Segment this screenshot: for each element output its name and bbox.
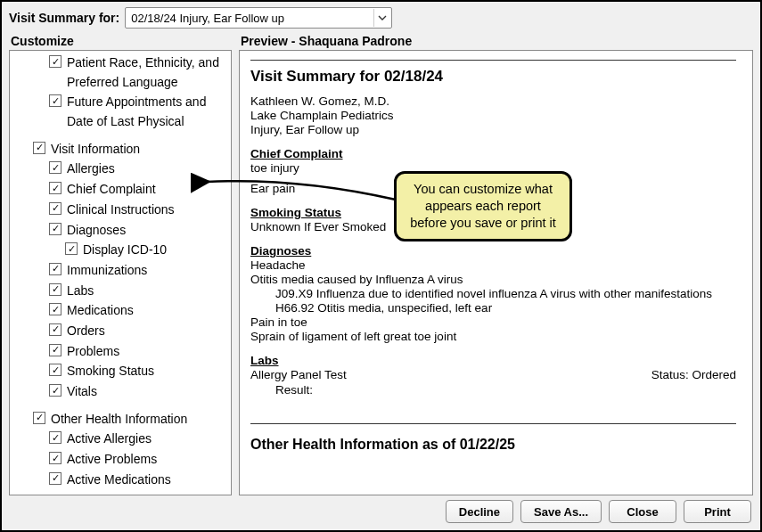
customize-item-label: Future Appointments and Date of Last Phy… [67, 92, 227, 131]
diagnoses-heading: Diagnoses [250, 244, 736, 258]
customize-item-label: Clinical Instructions [67, 200, 175, 220]
checkbox-icon[interactable] [49, 323, 61, 336]
customize-item-label: Labs [67, 281, 94, 301]
customize-item[interactable]: Allergies [13, 159, 227, 179]
checkbox-icon[interactable] [49, 452, 61, 464]
visit-selector-combo[interactable]: 02/18/24 Injury, Ear Follow up [125, 7, 392, 29]
customize-item[interactable]: Active Problems [13, 449, 227, 470]
customize-item-label: Immunizations [67, 260, 147, 281]
visit-summary-for-label: Visit Summary for: [9, 11, 119, 25]
preview-panel: Visit Summary for 02/18/24 Kathleen W. G… [239, 50, 753, 495]
customize-item-label: Display ICD-10 [83, 240, 167, 260]
column-headers: Customize Preview - Shaquana Padrone [2, 32, 760, 50]
customize-header: Customize [9, 32, 239, 50]
customize-item-label: Problems [67, 341, 119, 362]
checkbox-icon[interactable] [49, 182, 61, 194]
lab-result: Result: [250, 383, 736, 397]
dx-3: J09.X9 Influenza due to identified novel… [250, 287, 736, 300]
checkbox-icon[interactable] [49, 384, 61, 397]
customize-item[interactable]: Clinical Instructions [13, 200, 227, 220]
top-bar: Visit Summary for: 02/18/24 Injury, Ear … [2, 2, 760, 32]
dx-2: Otitis media caused by Influenza A virus [250, 273, 736, 286]
customize-item-label: Diagnoses [67, 220, 126, 241]
customize-item-label: Active Problems [67, 449, 157, 470]
checkbox-icon[interactable] [65, 242, 78, 255]
dx-6: Sprain of ligament of left great toe joi… [250, 330, 736, 343]
customize-item[interactable]: Vitals [13, 381, 227, 402]
checkbox-icon[interactable] [49, 344, 61, 356]
preview-scroll[interactable]: Visit Summary for 02/18/24 Kathleen W. G… [240, 51, 752, 495]
customize-item-label: Orders [67, 321, 105, 341]
checkbox-icon[interactable] [49, 202, 61, 215]
customize-item[interactable]: Immunizations [13, 260, 227, 281]
print-button[interactable]: Print [684, 500, 751, 523]
lab-status: Status: Ordered [651, 368, 736, 381]
customize-item[interactable]: Active Allergies [13, 429, 227, 449]
customize-item-label: Vitals [67, 381, 97, 402]
visit-reason: Injury, Ear Follow up [250, 123, 736, 136]
customize-item-label: Visit Information [51, 139, 140, 160]
checkbox-icon[interactable] [49, 55, 61, 68]
customize-item-label: Medications [67, 300, 134, 321]
checkbox-icon[interactable] [49, 472, 61, 485]
other-health-heading: Other Health Information as of 01/22/25 [250, 437, 736, 453]
dx-1: Headache [250, 258, 736, 272]
customize-item[interactable]: Display ICD-10 [13, 240, 227, 260]
customize-item[interactable]: Labs [13, 281, 227, 301]
checkbox-icon[interactable] [49, 303, 61, 315]
checkbox-icon[interactable] [49, 283, 61, 296]
customize-item-label: Patient Race, Ethnicity, and Preferred L… [67, 53, 227, 92]
dx-5: Pain in toe [250, 315, 736, 329]
customize-item-label: Active Medications [67, 470, 171, 490]
customize-scroll[interactable]: Patient Race, Ethnicity, and Preferred L… [10, 51, 231, 495]
customize-item[interactable]: Other Health Information [13, 409, 227, 430]
customize-item[interactable]: Active Medications [13, 470, 227, 490]
customize-item-label: Active Allergies [67, 429, 152, 449]
close-button[interactable]: Close [609, 500, 676, 523]
practice-name: Lake Champlain Pediatrics [250, 109, 736, 122]
preview-header: Preview - Shaquana Padrone [239, 32, 753, 50]
checkbox-icon[interactable] [49, 364, 61, 376]
customize-item[interactable]: Diagnoses [13, 220, 227, 241]
main-panels: Patient Race, Ethnicity, and Preferred L… [2, 50, 760, 495]
dx-4: H66.92 Otitis media, unspecified, left e… [250, 301, 736, 315]
checkbox-icon[interactable] [49, 263, 61, 275]
save-as-button[interactable]: Save As... [520, 500, 602, 523]
customize-item-label: Allergies [67, 159, 115, 179]
customize-item[interactable]: Medications [13, 300, 227, 321]
checkbox-icon[interactable] [33, 412, 45, 424]
customize-item[interactable]: Chief Complaint [13, 179, 227, 200]
checkbox-icon[interactable] [49, 431, 61, 444]
customize-item-label: Other Health Information [51, 409, 187, 430]
preview-mid-rule [250, 423, 736, 424]
chevron-down-icon[interactable] [373, 9, 389, 27]
checkbox-icon[interactable] [49, 94, 61, 107]
checkbox-icon[interactable] [49, 223, 61, 235]
checkbox-icon[interactable] [33, 142, 45, 154]
preview-title: Visit Summary for 02/18/24 [250, 68, 736, 86]
customize-item[interactable]: Future Appointments and Date of Last Phy… [13, 92, 227, 131]
customize-item[interactable]: Smoking Status [13, 361, 227, 381]
customize-item[interactable]: Orders [13, 321, 227, 341]
visit-summary-dialog: Visit Summary for: 02/18/24 Injury, Ear … [0, 0, 762, 532]
customize-item-label: Chief Complaint [67, 179, 156, 200]
labs-heading: Labs [250, 354, 736, 367]
lab-name: Allergy Panel Test [250, 368, 347, 381]
decline-button[interactable]: Decline [446, 500, 513, 523]
preview-top-rule [250, 60, 736, 61]
customize-item[interactable]: Problems [13, 341, 227, 362]
customize-item[interactable]: Visit Information [13, 139, 227, 160]
customize-item-label: Smoking Status [67, 361, 154, 381]
callout-tooltip: You can customize what appears each repo… [394, 171, 572, 241]
customize-item[interactable]: Patient Race, Ethnicity, and Preferred L… [13, 53, 227, 92]
chief-complaint-heading: Chief Complaint [250, 147, 736, 160]
checkbox-icon[interactable] [49, 161, 61, 174]
provider-name: Kathleen W. Gomez, M.D. [250, 94, 736, 108]
customize-panel: Patient Race, Ethnicity, and Preferred L… [9, 50, 232, 495]
button-bar: Decline Save As... Close Print [2, 495, 760, 530]
visit-selector-value: 02/18/24 Injury, Ear Follow up [131, 12, 284, 25]
